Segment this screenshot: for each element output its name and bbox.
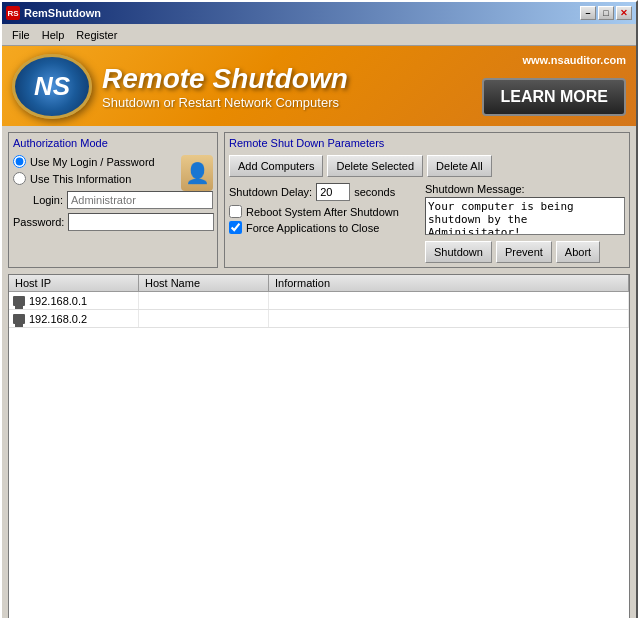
remote-lower-right: Shutdown Message: Shutdown Prevent Abort	[425, 183, 625, 263]
reboot-checkbox[interactable]	[229, 205, 242, 218]
auth-panel-title: Authorization Mode	[13, 137, 213, 149]
abort-button[interactable]: Abort	[556, 241, 600, 263]
add-computers-button[interactable]: Add Computers	[229, 155, 323, 177]
password-row: Password:	[13, 213, 213, 231]
remote-panel: Remote Shut Down Parameters Add Computer…	[224, 132, 630, 268]
use-my-login-radio[interactable]	[13, 155, 26, 168]
auth-avatar: 👤	[181, 155, 213, 191]
col-information: Information	[269, 275, 629, 291]
use-this-info-radio-row: Use This Information	[13, 172, 155, 185]
list-row[interactable]: 192.168.0.1	[9, 292, 629, 310]
computer-icon-1	[13, 314, 25, 324]
computer-icon-0	[13, 296, 25, 306]
delay-row: Shutdown Delay: seconds	[229, 183, 417, 201]
title-bar: RS RemShutdown – □ ✕	[2, 2, 636, 24]
list-cell-ip-1: 192.168.0.2	[9, 310, 139, 327]
delete-all-button[interactable]: Delete All	[427, 155, 491, 177]
reboot-label: Reboot System After Shutdown	[246, 206, 399, 218]
menu-file[interactable]: File	[6, 27, 36, 43]
prevent-button[interactable]: Prevent	[496, 241, 552, 263]
force-checkbox-row: Force Applications to Close	[229, 221, 417, 234]
use-this-info-label: Use This Information	[30, 173, 131, 185]
main-content: Authorization Mode Use My Login / Passwo…	[2, 126, 636, 274]
shutdown-message-textarea[interactable]	[425, 197, 625, 235]
list-cell-hostname-0	[139, 292, 269, 309]
maximize-button[interactable]: □	[598, 6, 614, 20]
list-header: Host IP Host Name Information	[9, 275, 629, 292]
login-row: Login:	[13, 191, 213, 209]
main-window: RS RemShutdown – □ ✕ File Help Register …	[0, 0, 638, 618]
use-this-info-radio[interactable]	[13, 172, 26, 185]
computer-list-section: Host IP Host Name Information 192.168.0.…	[8, 274, 630, 618]
title-bar-buttons: – □ ✕	[580, 6, 632, 20]
menu-bar: File Help Register	[2, 24, 636, 46]
window-icon: RS	[6, 6, 20, 20]
col-host-name: Host Name	[139, 275, 269, 291]
reboot-checkbox-row: Reboot System After Shutdown	[229, 205, 417, 218]
learn-more-button[interactable]: LEARN MORE	[482, 78, 626, 116]
auth-panel: Authorization Mode Use My Login / Passwo…	[8, 132, 218, 268]
shutdown-button[interactable]: Shutdown	[425, 241, 492, 263]
list-cell-info-1	[269, 310, 629, 327]
list-row[interactable]: 192.168.0.2	[9, 310, 629, 328]
ns-logo: NS	[12, 54, 92, 119]
login-label: Login:	[13, 194, 63, 206]
header-url: www.nsauditor.com	[523, 54, 627, 66]
close-button[interactable]: ✕	[616, 6, 632, 20]
force-checkbox[interactable]	[229, 221, 242, 234]
action-buttons: Shutdown Prevent Abort	[425, 241, 625, 263]
use-my-login-label: Use My Login / Password	[30, 156, 155, 168]
header-banner: NS Remote Shutdown Shutdown or Restart N…	[2, 46, 636, 126]
remote-lower: Shutdown Delay: seconds Reboot System Af…	[229, 183, 625, 263]
force-label: Force Applications to Close	[246, 222, 379, 234]
remote-panel-title: Remote Shut Down Parameters	[229, 137, 625, 149]
list-cell-info-0	[269, 292, 629, 309]
menu-help[interactable]: Help	[36, 27, 71, 43]
delay-label: Shutdown Delay:	[229, 186, 312, 198]
window-title: RemShutdown	[24, 7, 101, 19]
password-input[interactable]	[68, 213, 214, 231]
password-label: Password:	[13, 216, 64, 228]
list-cell-ip-0: 192.168.0.1	[9, 292, 139, 309]
remote-lower-left: Shutdown Delay: seconds Reboot System Af…	[229, 183, 417, 263]
list-cell-hostname-1	[139, 310, 269, 327]
seconds-label: seconds	[354, 186, 395, 198]
login-input[interactable]	[67, 191, 213, 209]
delete-selected-button[interactable]: Delete Selected	[327, 155, 423, 177]
menu-register[interactable]: Register	[70, 27, 123, 43]
minimize-button[interactable]: –	[580, 6, 596, 20]
use-my-login-radio-row: Use My Login / Password	[13, 155, 155, 168]
delay-input[interactable]	[316, 183, 350, 201]
col-host-ip: Host IP	[9, 275, 139, 291]
shutdown-msg-label: Shutdown Message:	[425, 183, 625, 195]
computer-action-buttons: Add Computers Delete Selected Delete All	[229, 155, 625, 177]
